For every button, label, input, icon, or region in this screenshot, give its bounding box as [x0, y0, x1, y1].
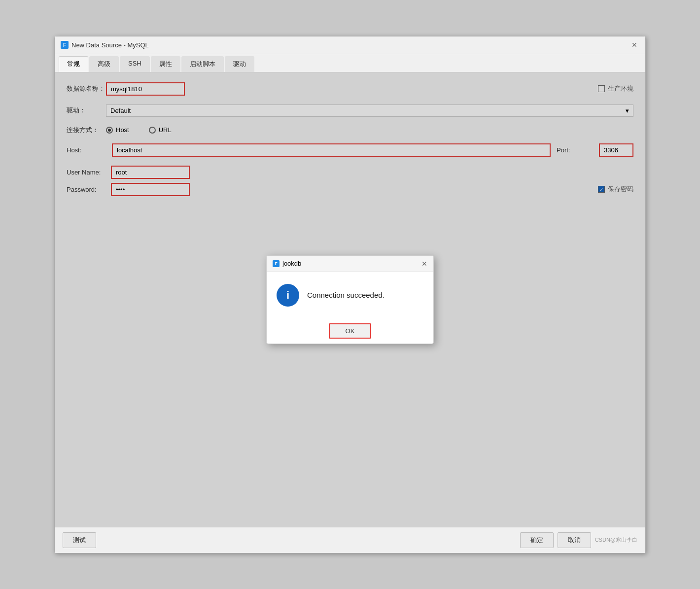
modal-app-icon: F: [273, 260, 280, 267]
info-icon: i: [277, 284, 299, 307]
tab-properties[interactable]: 属性: [151, 56, 180, 72]
success-modal: F jookdb ✕ i Connection succeeded. OK: [266, 255, 434, 344]
watermark: CSDN@寒山李白: [595, 536, 637, 544]
modal-titlebar: F jookdb ✕: [267, 256, 433, 272]
footer-right: 确定 取消 CSDN@寒山李白: [520, 532, 637, 548]
title-bar-left: F New Data Source - MySQL: [61, 41, 149, 49]
tab-ssh[interactable]: SSH: [120, 56, 150, 72]
tabs-bar: 常规 高级 SSH 属性 启动脚本 驱动: [55, 54, 645, 72]
app-icon: F: [61, 41, 69, 49]
tab-advanced[interactable]: 高级: [89, 56, 119, 72]
footer-left: 测试: [63, 532, 96, 548]
window-close-button[interactable]: ✕: [630, 40, 639, 50]
modal-footer: OK: [267, 318, 433, 344]
window-title: New Data Source - MySQL: [71, 41, 149, 49]
cancel-button[interactable]: 取消: [558, 532, 591, 548]
modal-overlay: F jookdb ✕ i Connection succeeded. OK: [55, 72, 645, 527]
modal-message: Connection succeeded.: [307, 291, 385, 299]
tab-startup-script[interactable]: 启动脚本: [181, 56, 224, 72]
test-button[interactable]: 测试: [63, 532, 96, 548]
tab-general[interactable]: 常规: [59, 56, 88, 72]
modal-close-button[interactable]: ✕: [421, 260, 427, 268]
title-bar: F New Data Source - MySQL ✕: [55, 36, 645, 54]
ok-footer-button[interactable]: 确定: [520, 532, 554, 548]
modal-title-left: F jookdb: [273, 260, 301, 267]
main-window: F New Data Source - MySQL ✕ 常规 高级 SSH 属性…: [54, 36, 646, 554]
modal-title: jookdb: [282, 260, 301, 267]
window-footer: 测试 确定 取消 CSDN@寒山李白: [55, 527, 645, 553]
form-content: 数据源名称： 生产环境 驱动： Default ▾ 连接方式： Host: [55, 72, 645, 527]
ok-button[interactable]: OK: [329, 323, 372, 339]
modal-body: i Connection succeeded.: [267, 272, 433, 318]
tab-driver[interactable]: 驱动: [225, 56, 254, 72]
